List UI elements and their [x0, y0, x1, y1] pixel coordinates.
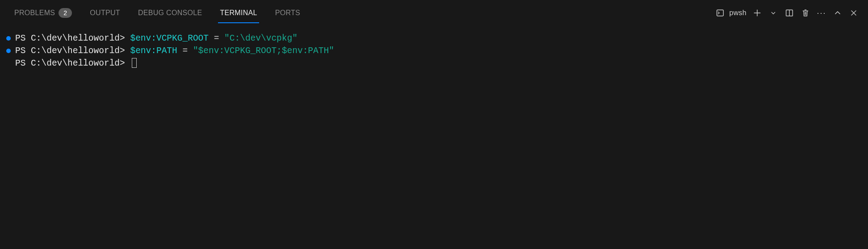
- tab-output-label: OUTPUT: [90, 9, 120, 17]
- terminal-line-content: PS C:\dev\helloworld>: [15, 57, 137, 70]
- kill-terminal-button[interactable]: [800, 8, 811, 18]
- terminal-text-segment: PS C:\dev\helloworld>: [15, 33, 130, 43]
- new-terminal-dropdown[interactable]: [768, 8, 779, 18]
- terminal-actions: pwsh: [715, 8, 859, 18]
- terminal-text-segment: PS C:\dev\helloworld>: [15, 58, 130, 68]
- terminal-line: PS C:\dev\helloworld> $env:PATH = "$env:…: [6, 45, 862, 57]
- terminal-line-content: PS C:\dev\helloworld> $env:PATH = "$env:…: [15, 45, 334, 57]
- terminal-line: PS C:\dev\helloworld> $env:VCPKG_ROOT = …: [6, 32, 862, 45]
- tab-problems-label: PROBLEMS: [14, 9, 55, 17]
- line-change-marker: [6, 61, 11, 66]
- terminal-shell-name: pwsh: [729, 9, 746, 17]
- panel-tabs: PROBLEMS 2 OUTPUT DEBUG CONSOLE TERMINAL…: [13, 4, 301, 22]
- new-terminal-button[interactable]: [752, 8, 763, 18]
- terminal-shell-selector[interactable]: pwsh: [715, 8, 746, 18]
- split-terminal-button[interactable]: [784, 8, 795, 18]
- terminal-text-segment: =: [182, 46, 193, 56]
- svg-rect-0: [717, 10, 724, 16]
- line-change-marker: [6, 49, 11, 53]
- tab-debug-console[interactable]: DEBUG CONSOLE: [137, 4, 203, 22]
- terminal-line-content: PS C:\dev\helloworld> $env:VCPKG_ROOT = …: [15, 32, 298, 45]
- terminal-text-segment: "C:\dev\vcpkg": [224, 33, 298, 43]
- tab-ports-label: PORTS: [275, 9, 300, 17]
- tab-debug-console-label: DEBUG CONSOLE: [138, 9, 202, 17]
- panel-tab-bar: PROBLEMS 2 OUTPUT DEBUG CONSOLE TERMINAL…: [0, 0, 868, 22]
- terminal-text-segment: $env:PATH: [130, 46, 182, 56]
- terminal-text-segment: $env:VCPKG_ROOT: [130, 33, 214, 43]
- terminal-icon: [715, 8, 725, 18]
- terminal-cursor: [132, 58, 137, 68]
- terminal-text-segment: PS C:\dev\helloworld>: [15, 46, 130, 56]
- maximize-panel-button[interactable]: [832, 8, 843, 18]
- tab-problems[interactable]: PROBLEMS 2: [13, 4, 73, 22]
- problems-badge: 2: [59, 8, 72, 18]
- tab-terminal-label: TERMINAL: [220, 9, 257, 17]
- terminal-output[interactable]: PS C:\dev\helloworld> $env:VCPKG_ROOT = …: [0, 22, 868, 249]
- terminal-text-segment: "$env:VCPKG_ROOT;$env:PATH": [193, 46, 334, 56]
- line-change-marker: [6, 36, 11, 41]
- tab-terminal[interactable]: TERMINAL: [219, 4, 258, 22]
- bottom-panel: PROBLEMS 2 OUTPUT DEBUG CONSOLE TERMINAL…: [0, 0, 868, 249]
- tab-ports[interactable]: PORTS: [274, 4, 301, 22]
- terminal-line: PS C:\dev\helloworld>: [6, 57, 862, 70]
- close-panel-button[interactable]: [848, 8, 859, 18]
- more-actions-button[interactable]: ···: [816, 8, 827, 18]
- terminal-text-segment: =: [214, 33, 224, 43]
- tab-output[interactable]: OUTPUT: [89, 4, 121, 22]
